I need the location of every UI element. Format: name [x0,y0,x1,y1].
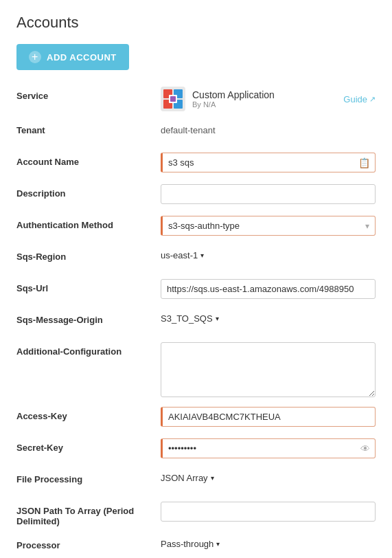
sqs-url-label: Sqs-Url [16,279,161,293]
account-form: Service Custom Application By [16,87,376,558]
sqs-url-value [161,279,376,299]
auth-method-value: s3-sqs-authn-type ▾ [161,216,376,236]
access-key-value [161,407,376,427]
plus-icon: + [29,51,41,63]
sqs-region-text: us-east-1 [161,250,198,260]
access-key-label: Access-Key [16,407,161,421]
service-by: By N/A [192,100,275,109]
sqs-message-origin-select[interactable]: S3_TO_SQS ▾ [161,311,219,324]
sqs-message-origin-value: S3_TO_SQS ▾ [161,311,376,324]
tenant-row: Tenant default-tenant [16,121,376,143]
auth-method-select[interactable]: s3-sqs-authn-type ▾ [161,216,376,236]
auth-method-text: s3-sqs-authn-type [168,221,240,231]
guide-link-label: Guide [343,94,367,104]
additional-config-label: Additional-Configuration [16,342,161,357]
service-row: Service Custom Application By [16,87,376,111]
processor-row: Processor Pass-through ▾ [16,536,376,558]
sqs-url-row: Sqs-Url [16,279,376,301]
auth-method-label: Authentication Method [16,216,161,230]
processor-text: Pass-through [161,539,214,549]
file-processing-row: File Processing JSON Array ▾ [16,470,376,492]
secret-key-row: Secret-Key 👁 [16,438,376,460]
sqs-region-value: us-east-1 ▾ [161,247,376,260]
sqs-message-origin-text: S3_TO_SQS [161,313,213,324]
json-path-label: JSON Path To Array (Period Delimited) [16,502,161,526]
processor-select[interactable]: Pass-through ▾ [161,536,220,549]
auth-method-arrow: ▾ [365,221,369,231]
additional-config-value [161,342,376,397]
add-account-label: ADD ACCOUNT [47,52,117,63]
access-key-input-wrapper [161,407,376,427]
description-row: Description [16,184,376,206]
auth-method-row: Authentication Method s3-sqs-authn-type … [16,216,376,238]
sqs-region-select[interactable]: us-east-1 ▾ [161,247,204,260]
service-name-block: Custom Application By N/A [192,89,275,109]
tenant-label: Tenant [16,121,161,135]
service-name: Custom Application [192,89,275,100]
sqs-region-row: Sqs-Region us-east-1 ▾ [16,247,376,269]
svg-rect-5 [170,96,176,102]
service-value: Custom Application By N/A Guide ↗ [161,87,376,111]
sqs-url-input[interactable] [161,279,376,299]
page-title: Accounts [16,14,376,32]
sqs-url-input-wrapper [161,279,376,299]
sqs-region-label: Sqs-Region [16,247,161,262]
account-name-input[interactable] [161,153,376,172]
file-processing-value: JSON Array ▾ [161,470,376,483]
description-input[interactable] [161,184,376,204]
json-path-value [161,502,376,522]
region-caret-icon: ▾ [200,252,204,259]
access-key-input[interactable] [161,407,376,427]
file-processing-text: JSON Array [161,473,208,483]
additional-config-input[interactable] [161,342,376,397]
external-link-icon: ↗ [369,95,376,104]
processor-label: Processor [16,536,161,550]
secret-key-value: 👁 [161,438,376,458]
file-processing-select[interactable]: JSON Array ▾ [161,470,214,483]
sqs-message-origin-label: Sqs-Message-Origin [16,311,161,325]
description-label: Description [16,184,161,199]
additional-config-row: Additional-Configuration [16,342,376,397]
secret-key-input[interactable] [161,438,376,458]
access-key-row: Access-Key [16,407,376,429]
guide-link[interactable]: Guide ↗ [343,94,376,104]
processor-caret-icon: ▾ [216,540,220,548]
description-value [161,184,376,204]
file-processing-caret-icon: ▾ [211,474,214,482]
json-path-input[interactable] [161,502,376,522]
account-name-row: Account Name 📋 [16,153,376,175]
file-processing-label: File Processing [16,470,161,484]
service-icon [161,87,185,111]
service-label: Service [16,87,161,101]
sqs-message-origin-row: Sqs-Message-Origin S3_TO_SQS ▾ [16,311,376,333]
account-name-value: 📋 [161,153,376,172]
secret-key-label: Secret-Key [16,438,161,453]
clipboard-icon: 📋 [358,157,370,168]
account-name-label: Account Name [16,153,161,167]
processor-value: Pass-through ▾ [161,536,376,549]
service-info: Custom Application By N/A [161,87,275,111]
secret-key-input-wrapper: 👁 [161,438,376,458]
eye-icon[interactable]: 👁 [360,443,370,454]
tenant-text: default-tenant [161,121,216,135]
json-path-row: JSON Path To Array (Period Delimited) [16,502,376,526]
account-name-input-wrapper: 📋 [161,153,376,172]
message-origin-caret-icon: ▾ [216,315,219,322]
tenant-value: default-tenant [161,121,376,135]
add-account-button[interactable]: + ADD ACCOUNT [16,44,129,70]
